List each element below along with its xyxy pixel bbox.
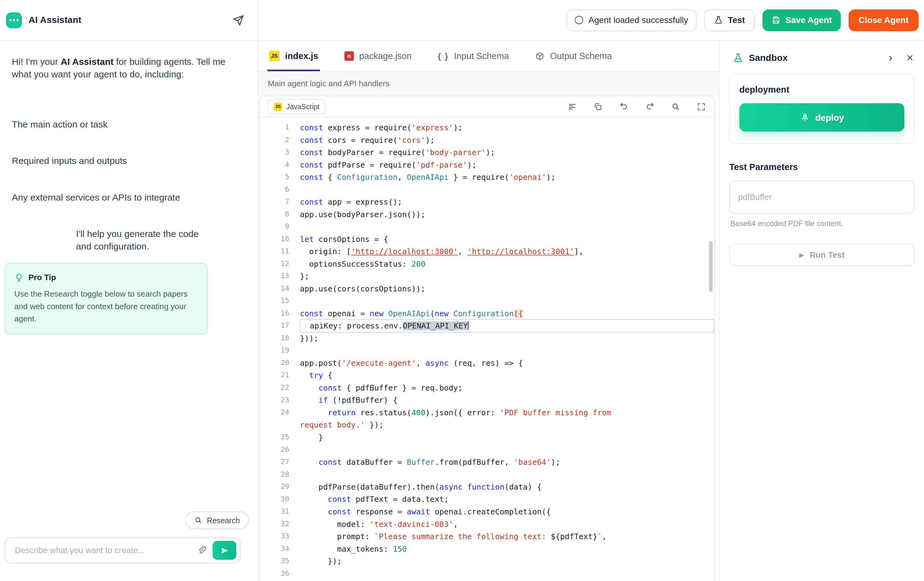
code-line[interactable]: 4const pdfParse = require('pdf-parse'); <box>259 159 714 171</box>
code-line[interactable]: 17 apiKey: process.env.OPENAI_API_KEY <box>259 319 714 332</box>
fullscreen-icon[interactable] <box>697 102 706 111</box>
redo-icon[interactable] <box>645 101 655 112</box>
code-line[interactable]: 12 optionsSuccessStatus: 200 <box>259 258 714 270</box>
format-code-icon[interactable] <box>568 102 577 111</box>
code-line[interactable]: 15 <box>259 295 714 307</box>
code-line[interactable]: 11 origin: ['http://localhost:3000', 'ht… <box>259 245 714 258</box>
research-label: Research <box>207 516 240 525</box>
code-editor: JS JavaScript <box>259 95 715 581</box>
search-code-icon[interactable] <box>671 102 680 111</box>
test-button-label: Test <box>728 15 745 25</box>
app-window: AI Assistant Agent loaded successfully T… <box>0 0 924 581</box>
code-line[interactable]: 16const openai = new OpenAIApi(new Confi… <box>259 307 714 320</box>
code-line[interactable]: 19 <box>259 344 714 357</box>
rocket-icon <box>800 112 810 122</box>
editor-actions: Agent loaded successfully Test Save Agen… <box>258 0 924 40</box>
code-line[interactable]: 10let corsOptions = { <box>259 233 714 245</box>
code-line[interactable]: 31 const response = await openai.createC… <box>259 505 714 518</box>
code-line[interactable]: 33 prompt: `Please summarize the followi… <box>259 530 714 543</box>
save-agent-button[interactable]: Save Agent <box>762 9 841 31</box>
code-line[interactable]: 36 <box>259 568 714 580</box>
run-test-button[interactable]: ▶ Run Test <box>729 244 914 266</box>
sandbox-title: Sandbox <box>749 52 788 63</box>
code-line[interactable]: 30 const pdfText = data.text; <box>259 493 714 506</box>
code-line[interactable]: 7const app = express(); <box>259 196 714 208</box>
play-icon: ▶ <box>799 251 804 259</box>
tab-package-json[interactable]: n package.json <box>343 40 413 71</box>
close-agent-label: Close Agent <box>859 15 908 25</box>
code-line[interactable]: 5const { Configuration, OpenAIApi } = re… <box>259 171 714 184</box>
paperclip-icon[interactable] <box>195 544 208 556</box>
code-line[interactable]: 14app.use(cors(corsOptions)); <box>259 283 714 295</box>
javascript-file-icon: JS <box>269 50 280 61</box>
deploy-button[interactable]: deploy <box>739 103 904 132</box>
code-line[interactable]: 27 const dataBuffer = Buffer.from(pdfBuf… <box>259 456 714 468</box>
deployment-card: deployment deploy <box>729 74 914 144</box>
top-bar: AI Assistant Agent loaded successfully T… <box>0 0 924 41</box>
send-message-button[interactable] <box>213 541 236 560</box>
code-line[interactable]: 22 const { pdfBuffer } = req.body; <box>259 382 714 394</box>
pdfbuffer-input[interactable] <box>729 180 914 214</box>
language-chip: JS JavaScript <box>268 99 325 114</box>
assistant-message: Required inputs and outputs <box>12 154 246 167</box>
code-line[interactable]: 8app.use(bodyParser.json()); <box>259 208 714 221</box>
code-line[interactable]: 18})); <box>259 332 714 344</box>
code-line[interactable]: 28 <box>259 468 714 481</box>
code-line[interactable]: 32 model: 'text-davinci-003', <box>259 518 714 531</box>
pdfbuffer-help-text: Base64 encoded PDF file content. <box>730 220 914 228</box>
send-icon[interactable] <box>231 13 246 27</box>
search-icon <box>194 516 203 525</box>
code-line[interactable]: 26 <box>259 444 714 456</box>
code-line[interactable]: 13}; <box>259 270 714 283</box>
assistant-header: AI Assistant <box>0 0 258 40</box>
close-panel-icon[interactable]: × <box>905 52 914 63</box>
editor-scrollbar[interactable] <box>709 241 713 292</box>
pro-tip-card: Pro Tip Use the Research toggle below to… <box>5 263 208 334</box>
javascript-icon: JS <box>274 103 282 111</box>
npm-icon: n <box>344 51 354 61</box>
code-line[interactable]: 20app.post('/execute-agent', async (req,… <box>259 357 714 369</box>
assistant-message: The main action or task <box>12 118 246 131</box>
code-line[interactable]: 24 return res.status(400).json({ error: … <box>259 406 714 431</box>
undo-icon[interactable] <box>619 101 629 112</box>
file-description-bar: Main agent logic and API handlers <box>258 72 719 95</box>
code-lines[interactable]: 1const express = require('express');2con… <box>259 118 714 581</box>
code-line[interactable]: 29 pdfParse(dataBuffer).then(async funct… <box>259 481 714 493</box>
copy-icon[interactable] <box>593 102 602 111</box>
code-line[interactable]: 9 <box>259 220 714 233</box>
code-line[interactable]: 25 } <box>259 431 714 444</box>
test-parameters-title: Test Parameters <box>729 162 914 172</box>
code-line[interactable]: 34 max_tokens: 150 <box>259 543 714 555</box>
code-line[interactable]: 21 try { <box>259 369 714 382</box>
tab-output-schema[interactable]: Output Schema <box>533 40 614 71</box>
code-line[interactable]: 37 const summary = response.data.choices… <box>259 580 714 581</box>
tab-label: index.js <box>285 51 318 61</box>
sandbox-header: Sandbox › × <box>719 40 924 70</box>
chat-input[interactable] <box>14 545 191 556</box>
output-schema-icon <box>535 51 544 61</box>
pro-tip-title: Pro Tip <box>28 271 56 284</box>
collapse-panel-icon[interactable]: › <box>888 52 894 63</box>
assistant-message: Any external services or APIs to integra… <box>12 191 246 204</box>
tab-index-js[interactable]: JS index.js <box>267 40 320 71</box>
status-text: Agent loaded successfully <box>589 15 688 25</box>
code-line[interactable]: 35 }); <box>259 555 714 568</box>
editor-area: JS index.js n package.json { } Input Sch… <box>258 40 719 581</box>
tab-input-schema[interactable]: { } Input Schema <box>436 40 511 71</box>
code-line[interactable]: 3const bodyParser = require('body-parser… <box>259 146 714 159</box>
research-toggle[interactable]: Research <box>185 511 249 529</box>
assistant-panel: Hi! I'm your AI Assistant for building a… <box>0 40 258 581</box>
assistant-messages: Hi! I'm your AI Assistant for building a… <box>0 40 257 503</box>
test-parameters-section: Test Parameters Base64 encoded PDF file … <box>729 162 914 266</box>
save-agent-label: Save Agent <box>785 15 832 25</box>
test-button[interactable]: Test <box>704 9 754 31</box>
assistant-composer: Research <box>0 503 257 581</box>
code-line[interactable]: 2const cors = require('cors'); <box>259 134 714 146</box>
code-line[interactable]: 23 if (!pdfBuffer) { <box>259 394 714 407</box>
code-line[interactable]: 1const express = require('express'); <box>259 121 714 134</box>
code-line[interactable]: 6 <box>259 184 714 196</box>
assistant-outro-message: I'll help you generate the code and conf… <box>76 228 209 253</box>
close-agent-button[interactable]: Close Agent <box>848 9 919 31</box>
deploy-label: deploy <box>815 112 844 122</box>
deployment-title: deployment <box>739 84 904 94</box>
